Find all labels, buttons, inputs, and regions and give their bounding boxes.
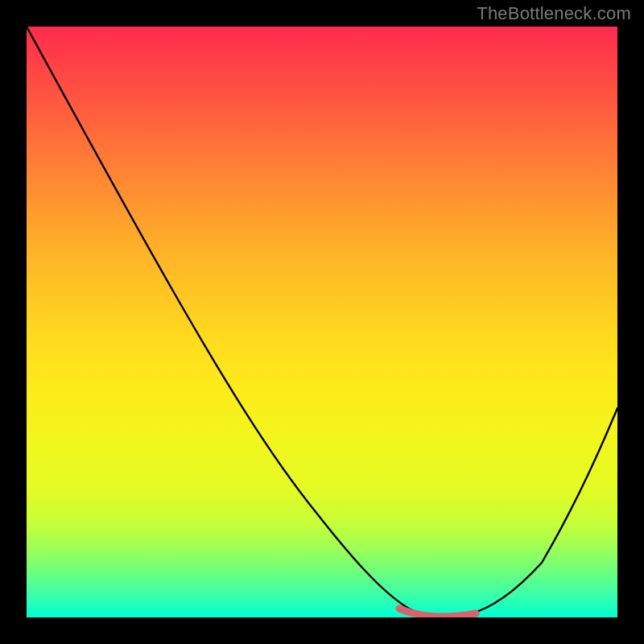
watermark-text: TheBottleneck.com bbox=[477, 3, 631, 24]
chart-container: TheBottleneck.com bbox=[0, 0, 644, 644]
curve-line bbox=[27, 27, 617, 616]
chart-svg bbox=[27, 27, 617, 617]
red-segment bbox=[399, 609, 476, 617]
